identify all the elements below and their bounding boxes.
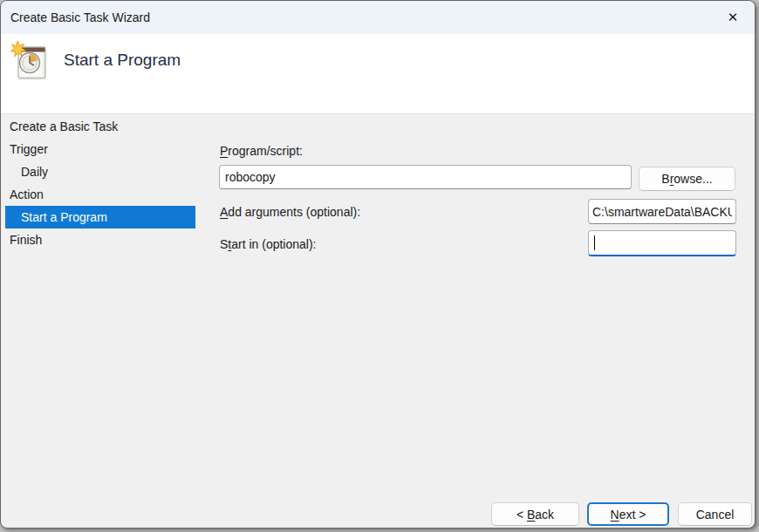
- step-create-a-basic-task: Create a Basic Task: [1, 115, 202, 138]
- wizard-steps-sidebar: Create a Basic Task Trigger Daily Action…: [1, 115, 202, 251]
- start-in-label: Start in (optional):: [220, 237, 317, 251]
- close-button[interactable]: ✕: [715, 3, 751, 31]
- back-button[interactable]: < Back: [491, 502, 579, 526]
- task-scheduler-wizard-icon: [9, 40, 51, 82]
- cancel-button[interactable]: Cancel: [678, 502, 752, 526]
- start-in-input[interactable]: [588, 230, 736, 256]
- start-in-field: [588, 230, 736, 256]
- add-arguments-label: Add arguments (optional):: [220, 205, 360, 219]
- next-button[interactable]: Next >: [587, 502, 669, 526]
- text-caret: [594, 235, 595, 250]
- program-script-label: Program/script:: [220, 144, 303, 158]
- browse-button[interactable]: Browse...: [639, 167, 735, 191]
- step-finish: Finish: [1, 228, 202, 251]
- close-icon: ✕: [728, 10, 739, 25]
- step-start-a-program-selected: Start a Program: [5, 206, 195, 228]
- titlebar: Create Basic Task Wizard ✕: [1, 1, 755, 34]
- step-daily: Daily: [1, 160, 202, 183]
- create-basic-task-wizard-window: Create Basic Task Wizard ✕ Start a Progr…: [0, 0, 756, 529]
- window-title: Create Basic Task Wizard: [10, 10, 150, 24]
- step-action: Action: [1, 183, 202, 206]
- wizard-header: Start a Program: [1, 34, 755, 114]
- page-title: Start a Program: [64, 51, 181, 70]
- add-arguments-input[interactable]: [588, 199, 736, 224]
- program-script-input[interactable]: [219, 165, 632, 189]
- step-trigger: Trigger: [1, 138, 202, 160]
